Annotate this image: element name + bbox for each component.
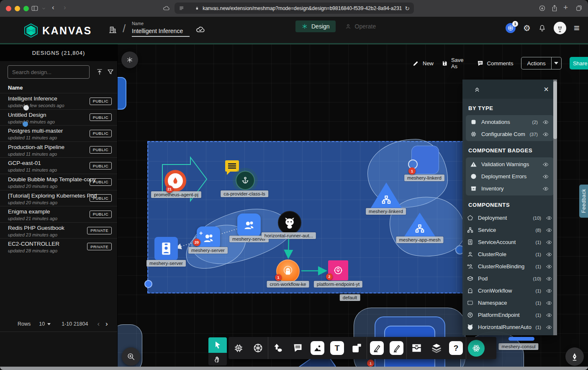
design-list-item[interactable]: Redis PHP Guestbook updated 23 minutes a…: [0, 222, 117, 239]
region-handle[interactable]: [144, 280, 152, 288]
node-label[interactable]: ca-provider-class-ls: [221, 190, 268, 197]
node-label[interactable]: meshery-app-mesh: [396, 236, 443, 243]
zoom-window-icon[interactable]: [23, 6, 29, 11]
node-meshery-server-clusterrolebinding[interactable]: +: [197, 226, 220, 250]
design-list-item[interactable]: Production-alt Pipeline updated 11 minut…: [0, 141, 117, 158]
tool-layers[interactable]: [426, 337, 446, 359]
panel-scrollbar-thumb[interactable]: [553, 81, 557, 139]
tab-design[interactable]: Design: [295, 21, 336, 32]
window-controls[interactable]: [6, 6, 32, 11]
visibility-eye-icon[interactable]: [542, 119, 549, 125]
forward-button[interactable]: ›: [64, 3, 66, 12]
reader-icon[interactable]: [179, 5, 184, 11]
downloads-icon[interactable]: [539, 5, 546, 12]
error-count-badge[interactable]: 2: [326, 273, 333, 280]
close-panel-icon[interactable]: ×: [544, 85, 549, 93]
design-list-item[interactable]: Intelligent Inference updated a few seco…: [0, 93, 117, 109]
visibility-eye-icon[interactable]: [545, 239, 553, 245]
save-as-button[interactable]: Save As: [442, 57, 469, 69]
tool-pencil[interactable]: [387, 337, 406, 359]
comment-annotation-icon[interactable]: [225, 160, 239, 172]
node-label[interactable]: platform-endpoint-yt: [314, 281, 362, 288]
namespace-label[interactable]: default: [340, 294, 360, 301]
tool-sticky-note[interactable]: [347, 337, 367, 359]
node-meshery-server-service[interactable]: [237, 213, 261, 237]
user-avatar[interactable]: [554, 22, 566, 34]
node-label[interactable]: horizontal-runner-aut...: [262, 232, 316, 239]
warning-count-badge[interactable]: 1: [275, 274, 282, 281]
settings-gear-icon[interactable]: ⚙: [523, 23, 531, 33]
chevron-down-icon[interactable]: [41, 6, 46, 11]
design-list-item[interactable]: Untitled Design updated 9 minutes ago PU…: [0, 109, 117, 126]
sidebar-toggle-icon[interactable]: [31, 5, 39, 12]
design-list-item[interactable]: Double Bubble Map Template-copy updated …: [0, 174, 117, 190]
visibility-eye-icon[interactable]: [545, 276, 553, 282]
panel-row[interactable]: ClusterRole (1): [462, 248, 557, 260]
node-label[interactable]: meshery-consul: [498, 343, 538, 350]
warning-count-badge[interactable]: 1: [367, 360, 374, 367]
warning-count-badge[interactable]: 20: [193, 239, 200, 246]
panel-row[interactable]: Service (8): [462, 224, 557, 236]
visibility-eye-icon[interactable]: [542, 174, 549, 180]
tool-shapes[interactable]: [268, 337, 288, 359]
address-bar[interactable]: kanvas.new/extension/meshmap?mode=design…: [175, 3, 414, 14]
node-label[interactable]: cron-workflow-ke: [267, 281, 309, 288]
visibility-eye-icon[interactable]: [545, 288, 553, 294]
panel-row[interactable]: Inventory: [466, 182, 554, 195]
panel-row[interactable]: Configurable Compon (37): [466, 128, 554, 140]
visibility-eye-icon[interactable]: [545, 312, 553, 318]
new-button[interactable]: New: [412, 60, 434, 67]
tool-pen[interactable]: [367, 337, 387, 359]
search-input[interactable]: [11, 69, 87, 76]
node-label[interactable]: meshery-server: [146, 260, 186, 267]
node-meshery-server-serviceaccount[interactable]: [154, 237, 178, 260]
visibility-eye-icon[interactable]: [542, 186, 549, 192]
partial-node[interactable]: [117, 77, 126, 110]
panel-row[interactable]: Namespace (1): [462, 297, 557, 309]
design-list-item[interactable]: Enigma example updated 21 minutes ago PU…: [0, 206, 117, 222]
visibility-eye-icon[interactable]: [545, 324, 553, 330]
panel-scrollbar[interactable]: [553, 80, 557, 335]
node-label[interactable]: meshery-linkerd: [404, 175, 444, 181]
tab-overview-icon[interactable]: [575, 5, 583, 12]
new-tab-icon[interactable]: +: [563, 3, 568, 12]
collapse-panel-icon[interactable]: [473, 85, 481, 93]
panel-row[interactable]: PlatformEndpoint (1): [462, 309, 557, 321]
panel-row[interactable]: Deployment Errors: [466, 170, 554, 182]
kanvas-logo[interactable]: KANVAS: [24, 23, 92, 38]
hamburger-menu-icon[interactable]: ≡: [574, 22, 580, 34]
close-window-icon[interactable]: [6, 6, 11, 11]
panel-row[interactable]: CronWorkflow (1): [462, 285, 557, 297]
design-list-item[interactable]: EC2-CONTROLLER updated 28 minutes ago PR…: [0, 238, 117, 254]
back-button[interactable]: ‹: [52, 3, 54, 12]
panel-row[interactable]: HorizontalRunnerAutos (1): [462, 321, 557, 333]
import-design-icon[interactable]: [96, 68, 103, 76]
next-page-button[interactable]: ›: [105, 320, 108, 328]
design-list-item[interactable]: [Tutorial] Exploring Kubernetes Pod upda…: [0, 190, 117, 206]
tab-operate[interactable]: Operate: [339, 21, 382, 32]
warning-count-badge[interactable]: 1: [408, 167, 416, 175]
panel-row[interactable]: Validation Warnings: [466, 158, 554, 170]
tool-drawer[interactable]: [407, 337, 426, 359]
node-horizontal-runner[interactable]: [278, 211, 301, 234]
actions-dropdown-caret[interactable]: [552, 57, 561, 69]
visibility-eye-icon[interactable]: [545, 227, 553, 233]
tool-image[interactable]: [308, 337, 327, 359]
tool-components[interactable]: [229, 337, 248, 359]
kubernetes-context-icon[interactable]: 1: [506, 23, 516, 33]
comments-button[interactable]: Comments: [477, 60, 514, 67]
visibility-eye-icon[interactable]: [542, 131, 549, 137]
design-search-field[interactable]: [8, 65, 90, 79]
zoom-button[interactable]: [122, 347, 140, 366]
visibility-eye-icon[interactable]: [545, 300, 553, 306]
node-label[interactable]: meshery-server: [188, 247, 228, 254]
tool-text[interactable]: T: [327, 337, 347, 359]
visibility-eye-icon[interactable]: [545, 252, 553, 257]
panel-row[interactable]: Annotations (2): [466, 116, 554, 128]
icloud-tab-icon[interactable]: [162, 5, 170, 12]
freeze-layout-button[interactable]: [121, 51, 138, 68]
panel-row[interactable]: Deployment (10): [462, 212, 557, 224]
select-tool-active[interactable]: [208, 337, 227, 353]
notifications-bell-icon[interactable]: [538, 24, 546, 32]
tool-kubernetes[interactable]: [248, 337, 268, 359]
